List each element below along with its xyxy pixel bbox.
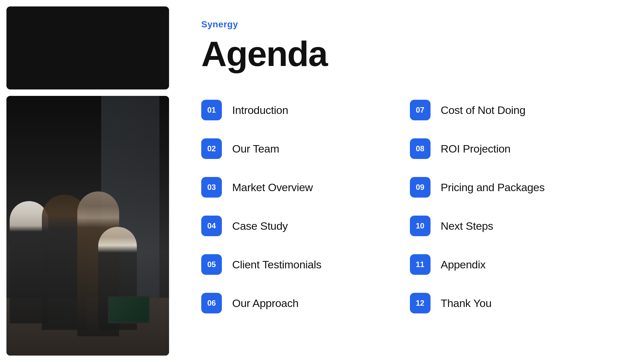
bottom-image (6, 96, 169, 356)
agenda-item: 06Our Approach (201, 284, 410, 322)
agenda-item: 05Client Testimonials (201, 245, 410, 284)
agenda-badge: 12 (410, 293, 431, 313)
agenda-badge: 05 (201, 254, 222, 275)
top-image (6, 6, 169, 89)
agenda-label: Appendix (441, 258, 486, 271)
agenda-badge: 01 (201, 100, 222, 120)
agenda-label: ROI Projection (441, 143, 511, 155)
agenda-item: 01Introduction (201, 91, 410, 129)
agenda-item: 10Next Steps (410, 207, 619, 245)
agenda-badge: 06 (201, 293, 222, 313)
agenda-badge: 07 (410, 100, 431, 120)
agenda-badge: 10 (410, 216, 431, 236)
agenda-label: Next Steps (441, 220, 493, 232)
agenda-label: Pricing and Packages (441, 181, 545, 194)
agenda-label: Thank You (441, 297, 492, 310)
agenda-item: 09Pricing and Packages (410, 168, 619, 207)
agenda-item: 07Cost of Not Doing (410, 91, 619, 129)
agenda-label: Case Study (232, 220, 288, 232)
agenda-badge: 03 (201, 177, 222, 198)
agenda-badge: 02 (201, 138, 222, 159)
left-panel (0, 0, 175, 362)
right-panel: Synergy Agenda 01Introduction02Our Team0… (175, 0, 644, 362)
agenda-badge: 09 (410, 177, 431, 198)
agenda-column-left: 01Introduction02Our Team03Market Overvie… (201, 91, 410, 343)
agenda-item: 08ROI Projection (410, 129, 619, 168)
agenda-label: Market Overview (232, 181, 313, 194)
agenda-badge: 11 (410, 254, 431, 275)
agenda-item: 12Thank You (410, 284, 619, 322)
agenda-item: 04Case Study (201, 207, 410, 245)
agenda-badge: 08 (410, 138, 431, 159)
agenda-label: Our Team (232, 143, 279, 155)
agenda-label: Cost of Not Doing (441, 104, 526, 116)
agenda-label: Client Testimonials (232, 258, 321, 271)
brand-name: Synergy (201, 19, 618, 30)
agenda-label: Introduction (232, 104, 288, 116)
page-title: Agenda (201, 36, 618, 71)
agenda-badge: 04 (201, 216, 222, 236)
agenda-grid: 01Introduction02Our Team03Market Overvie… (201, 91, 618, 343)
agenda-item: 02Our Team (201, 129, 410, 168)
agenda-item: 11Appendix (410, 245, 619, 284)
agenda-item: 03Market Overview (201, 168, 410, 207)
agenda-column-right: 07Cost of Not Doing08ROI Projection09Pri… (410, 91, 619, 343)
agenda-label: Our Approach (232, 297, 298, 310)
